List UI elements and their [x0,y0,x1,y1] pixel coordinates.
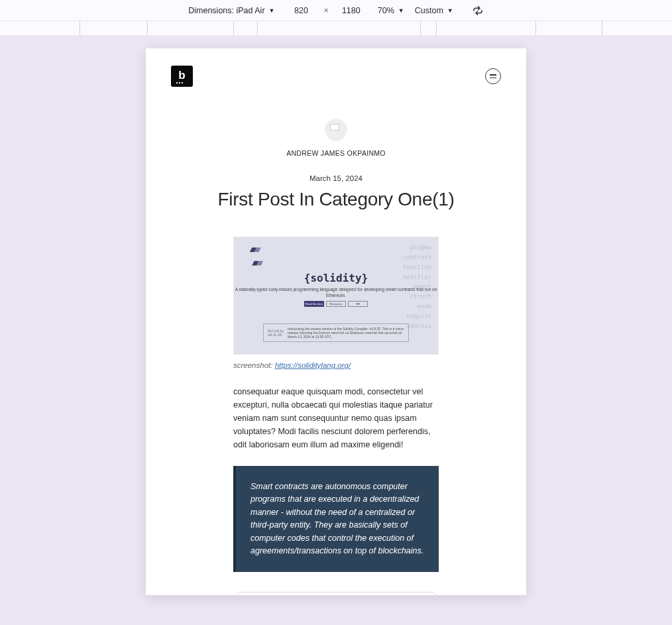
device-label: Dimensions: iPad Air [188,6,264,15]
banner-btn-gh: GH [348,301,368,307]
width-input[interactable] [285,6,317,15]
device-select[interactable]: Dimensions: iPad Air ▼ [188,6,274,15]
logo-letter: b [178,69,185,82]
devtools-toolbar: Dimensions: iPad Air ▼ × 70% ▼ Custom ▼ [0,0,672,21]
announce-version: Solidity v0.8.25 [268,329,284,337]
post-title: First Post In Category One(1) [171,189,501,210]
viewport-area: b ANDREW JAMES OKPAINMO March 15, 2024 F… [0,35,672,625]
chevron-down-icon: ▼ [269,7,275,14]
throttle-select[interactable]: Custom ▼ [415,6,453,15]
dimension-separator: × [323,6,328,15]
tweet-embed[interactable]: b Blof 𝕏 [233,592,439,595]
article-body: {solidity} A statically-typed curly-brac… [233,237,439,595]
ruler [0,21,672,35]
banner-announce: Solidity v0.8.25 Introducing the newest … [263,323,409,342]
zoom-select[interactable]: 70% ▼ [378,6,404,15]
hamburger-menu-icon[interactable] [485,68,501,84]
banner-btn-resources: Resources [326,301,346,307]
chevron-down-icon: ▼ [447,7,453,14]
blockquote: Smart contracts are autonomous computer … [233,466,439,572]
chevron-down-icon: ▼ [398,7,404,14]
zoom-value: 70% [378,6,394,15]
image-caption: screenshot: https://soliditylang.org/ [233,361,439,369]
site-logo[interactable]: b [171,66,193,87]
paragraph: consequatur eaque quisquam modi, consect… [233,385,439,451]
rotate-icon[interactable] [472,5,484,17]
author-name: ANDREW JAMES OKPAINMO [171,149,501,157]
solidity-logo-icon [247,245,266,268]
banner-btn-docs: Read the docs [304,301,324,307]
post-meta: ANDREW JAMES OKPAINMO March 15, 2024 Fir… [146,99,526,595]
throttle-value: Custom [415,6,443,15]
page-scroll[interactable]: b ANDREW JAMES OKPAINMO March 15, 2024 F… [146,48,526,595]
banner-keywords: pragma contract function modifier event … [403,243,431,331]
announce-text: Introducing the newest version of the So… [288,327,404,339]
dimensions-group: × [285,6,366,15]
caption-prefix: screenshot: [233,361,275,369]
author-avatar[interactable] [325,119,347,141]
device-frame: b ANDREW JAMES OKPAINMO March 15, 2024 F… [146,48,526,595]
height-input[interactable] [335,6,367,15]
hero-image: {solidity} A statically-typed curly-brac… [233,237,439,355]
post-date: March 15, 2024 [171,174,501,182]
caption-link[interactable]: https://soliditylang.org/ [275,361,351,369]
site-header: b [146,48,526,99]
